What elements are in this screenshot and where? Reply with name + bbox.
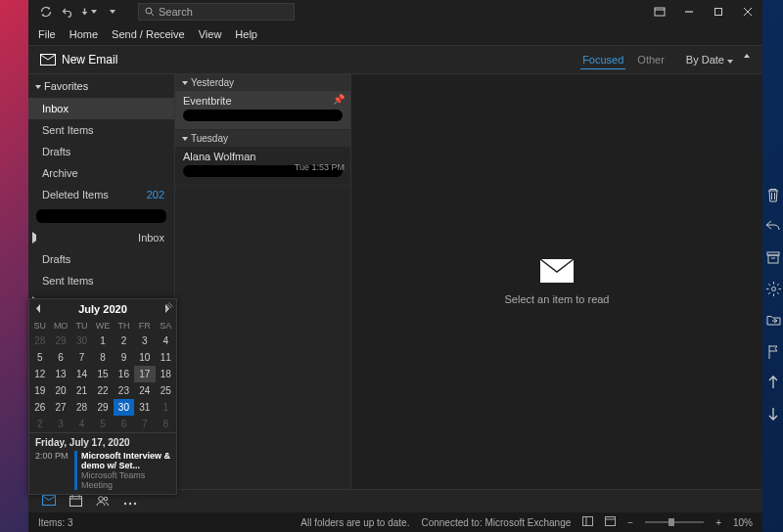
up-arrow-icon[interactable]	[764, 374, 782, 391]
cal-day[interactable]: 6	[50, 349, 70, 366]
agenda-event[interactable]: 2:00 PM Microsoft Interview & demo w/ Se…	[35, 451, 170, 490]
cal-day[interactable]: 17	[134, 366, 155, 382]
cal-day[interactable]: 29	[92, 399, 113, 416]
cal-day[interactable]: 24	[134, 382, 155, 399]
cal-day[interactable]: 7	[134, 416, 155, 432]
cal-day[interactable]: 29	[50, 332, 70, 349]
minimize-button[interactable]	[674, 0, 704, 23]
cal-day[interactable]: 27	[50, 399, 70, 416]
ribbon-display-icon[interactable]	[645, 0, 674, 23]
tab-focused[interactable]: Focused	[580, 51, 625, 69]
archive-icon[interactable]	[764, 248, 782, 266]
search-input[interactable]: Search	[138, 3, 295, 21]
cal-day[interactable]: 21	[71, 382, 92, 399]
message-item[interactable]: Eventbrite📌	[175, 91, 350, 130]
move-icon[interactable]	[764, 311, 782, 329]
cal-day[interactable]: 30	[71, 332, 92, 349]
zoom-out-icon[interactable]: −	[627, 517, 633, 528]
tab-other[interactable]: Other	[635, 51, 667, 68]
sidebar-item-sent-items[interactable]: Sent Items	[28, 119, 174, 141]
nav-mail-icon[interactable]	[42, 495, 56, 508]
agenda: Friday, July 17, 2020 2:00 PM Microsoft …	[29, 432, 176, 494]
sort-dropdown[interactable]: By Date	[686, 54, 733, 66]
sidebar-item-archive[interactable]: Archive	[28, 162, 174, 184]
cal-day[interactable]: 28	[71, 399, 92, 416]
sort-direction-icon[interactable]	[743, 54, 751, 66]
cal-day[interactable]: 31	[134, 399, 155, 416]
cal-day[interactable]: 2	[29, 416, 50, 432]
sidebar-item-drafts[interactable]: Drafts	[28, 141, 174, 162]
cal-day[interactable]: 4	[71, 416, 92, 432]
cal-day[interactable]: 13	[50, 366, 70, 382]
sidebar-item-inbox[interactable]: Inbox	[28, 227, 174, 248]
cal-day[interactable]: 9	[114, 349, 134, 366]
view-reading-icon[interactable]	[605, 516, 616, 528]
undo-icon[interactable]	[60, 4, 75, 20]
cal-day[interactable]: 23	[114, 382, 134, 399]
new-email-button[interactable]: New Email	[28, 53, 129, 66]
account-name-redacted[interactable]	[36, 209, 166, 223]
delete-icon[interactable]	[764, 186, 782, 203]
cal-prev-icon[interactable]	[35, 304, 41, 315]
sidebar-item-sent-items[interactable]: Sent Items	[28, 270, 174, 291]
quickaccess-more[interactable]	[103, 4, 118, 20]
sync-icon[interactable]	[38, 4, 54, 20]
group-header[interactable]: Tuesday	[175, 130, 350, 147]
cal-day[interactable]: 30	[114, 399, 134, 416]
menu-view[interactable]: View	[199, 28, 222, 40]
cal-day[interactable]: 12	[29, 366, 50, 382]
status-bar: Items: 3 All folders are up to date. Con…	[28, 512, 762, 532]
cal-dow: TH	[114, 319, 134, 332]
maximize-button[interactable]	[704, 0, 733, 23]
pin-icon[interactable]: 📌	[333, 94, 345, 105]
cal-day[interactable]: 25	[156, 382, 176, 399]
sidebar-item-drafts[interactable]: Drafts	[28, 248, 174, 270]
down-arrow-icon[interactable]	[764, 405, 782, 422]
cal-day[interactable]: 6	[114, 416, 134, 432]
settings-icon[interactable]	[764, 280, 782, 297]
quickaccess-dropdown[interactable]	[81, 4, 97, 20]
cal-day[interactable]: 3	[50, 416, 70, 432]
menu-send-receive[interactable]: Send / Receive	[112, 28, 185, 40]
reply-icon[interactable]	[764, 217, 782, 235]
cal-day[interactable]: 20	[50, 382, 70, 399]
cal-day[interactable]: 11	[156, 349, 176, 366]
cal-day[interactable]: 3	[134, 332, 155, 349]
cal-pin-icon[interactable]	[164, 302, 173, 313]
group-header[interactable]: Yesterday	[175, 74, 350, 91]
cal-day[interactable]: 5	[29, 349, 50, 366]
cal-day[interactable]: 7	[71, 349, 92, 366]
cal-day[interactable]: 18	[156, 366, 176, 382]
flag-icon[interactable]	[764, 342, 782, 360]
view-normal-icon[interactable]	[582, 516, 593, 528]
cal-day[interactable]: 8	[156, 416, 176, 432]
cal-day[interactable]: 15	[92, 366, 113, 382]
zoom-slider[interactable]	[645, 521, 704, 523]
cal-day[interactable]: 4	[156, 332, 176, 349]
menu-file[interactable]: File	[38, 28, 56, 40]
cal-day[interactable]: 2	[114, 332, 134, 349]
nav-calendar-icon[interactable]	[69, 495, 82, 509]
cal-day[interactable]: 1	[156, 399, 176, 416]
cal-day[interactable]: 22	[92, 382, 113, 399]
cal-day[interactable]: 1	[92, 332, 113, 349]
menu-help[interactable]: Help	[235, 28, 257, 40]
zoom-in-icon[interactable]: +	[715, 517, 721, 528]
close-button[interactable]	[733, 0, 762, 23]
favorites-header[interactable]: Favorites	[28, 74, 174, 98]
cal-day[interactable]: 19	[29, 382, 50, 399]
cal-day[interactable]: 14	[71, 366, 92, 382]
cal-day[interactable]: 10	[134, 349, 155, 366]
cal-day[interactable]: 16	[114, 366, 134, 382]
cal-day[interactable]: 28	[29, 332, 50, 349]
sidebar-item-inbox[interactable]: Inbox	[28, 98, 174, 119]
nav-more-icon[interactable]	[123, 496, 137, 508]
nav-people-icon[interactable]	[96, 495, 110, 509]
cal-day[interactable]: 8	[92, 349, 113, 366]
reading-placeholder: Select an item to read	[504, 293, 609, 305]
message-item[interactable]: Alana WolfmanTue 1:53 PM	[175, 147, 350, 186]
cal-day[interactable]: 26	[29, 399, 50, 416]
cal-day[interactable]: 5	[92, 416, 113, 432]
menu-home[interactable]: Home	[69, 28, 98, 40]
sidebar-item-deleted-items[interactable]: Deleted Items202	[28, 184, 174, 205]
